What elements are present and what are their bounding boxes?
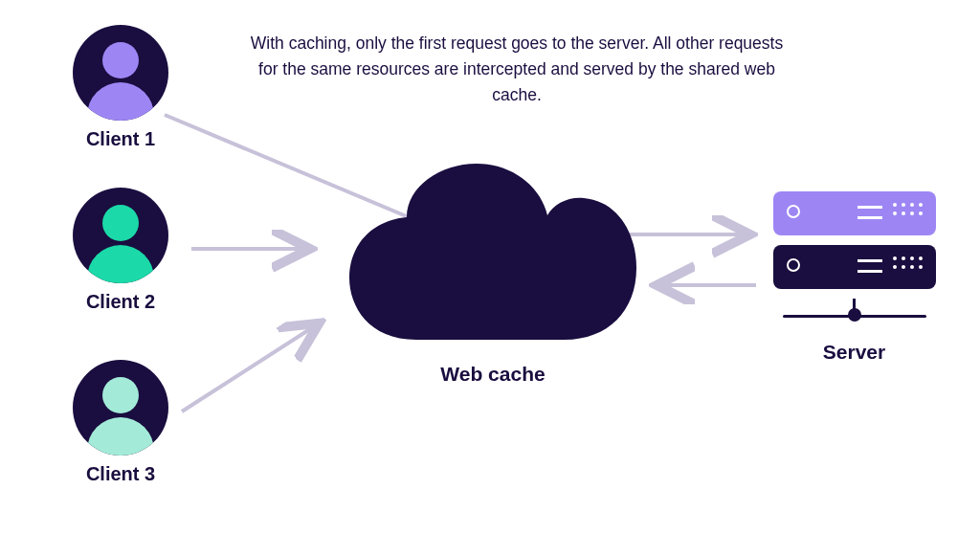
server-stand — [773, 299, 936, 327]
user-icon — [73, 25, 168, 121]
user-icon — [73, 188, 168, 283]
server: Server — [766, 191, 943, 364]
client-3-label: Client 3 — [63, 463, 178, 485]
arrow-client3-cache — [182, 325, 316, 412]
client-2-label: Client 2 — [63, 291, 178, 313]
server-icon — [773, 191, 936, 327]
user-icon — [73, 360, 168, 456]
server-label: Server — [766, 341, 943, 364]
web-cache-label: Web cache — [345, 363, 641, 386]
client-3: Client 3 — [63, 360, 178, 485]
server-unit-1 — [773, 191, 936, 235]
web-cache: Web cache — [345, 158, 641, 386]
server-unit-2 — [773, 245, 936, 289]
client-1: Client 1 — [63, 25, 178, 150]
client-1-label: Client 1 — [63, 128, 178, 150]
client-2: Client 2 — [63, 188, 178, 313]
diagram-description: With caching, only the first request goe… — [249, 31, 785, 108]
cloud-icon — [345, 158, 641, 349]
